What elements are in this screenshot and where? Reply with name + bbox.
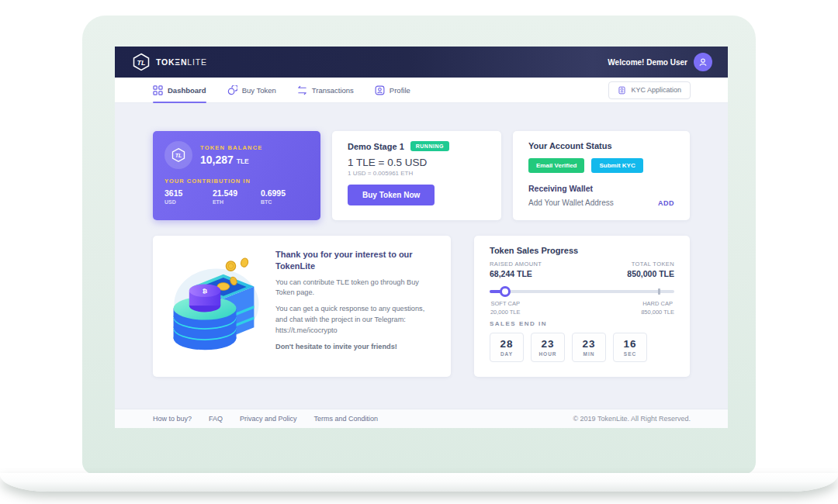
add-wallet-link[interactable]: ADD [658, 199, 674, 207]
countdown-unit: SEC [624, 351, 636, 357]
raised-label: RAISED AMOUNT [490, 261, 542, 268]
softcap-title: SOFT CAP [490, 300, 521, 309]
user-icon [698, 57, 708, 67]
thanks-paragraph-3: Don't hesitate to invite your friends! [275, 342, 438, 353]
token-balance-card: TL TOKEN BALANCE 10,287 TLE YOUR CONTRIB… [153, 131, 320, 220]
hardcap-tick [658, 288, 660, 295]
countdown-unit: MIN [583, 351, 595, 357]
buy-token-now-button[interactable]: Buy Token Now [348, 185, 435, 205]
token-sales-progress-card: Token Sales Progress RAISED AMOUNT 68,24… [474, 236, 690, 377]
stage-title: Demo Stage 1 [348, 142, 404, 151]
hexagon-logo-icon: TL [132, 53, 151, 71]
footer-link-faq[interactable]: FAQ [209, 415, 223, 423]
countdown-value: 23 [582, 338, 595, 350]
nav-item-buy-token[interactable]: Buy Token [227, 78, 276, 102]
balance-value: 10,287 [200, 154, 234, 166]
dashboard-icon [153, 85, 163, 95]
passport-icon [618, 86, 626, 95]
kyc-application-button[interactable]: KYC Application [608, 81, 691, 99]
contribution-usd: 3615 USD [164, 188, 213, 205]
token-sub-rate: 1 USD = 0.005961 ETH [348, 170, 486, 177]
thanks-title: Thank you for your interest to our Token… [275, 249, 438, 272]
hexagon-logo-icon: TL [171, 147, 186, 163]
copyright-text: © 2019 TokenLite. All Right Reserved. [573, 415, 691, 423]
token-logo-badge: TL [164, 141, 192, 169]
brand-name: TOKΞNLITE [156, 57, 207, 67]
contribution-btc: 0.6995 BTC [261, 188, 309, 205]
sales-end-label: SALES END IN [490, 320, 674, 327]
progress-knob[interactable] [500, 286, 511, 297]
swap-arrows-icon [297, 85, 307, 95]
laptop-base [0, 473, 838, 492]
softcap-label: SOFT CAP 20,000 TLE [490, 300, 521, 317]
nav-label: Dashboard [168, 86, 206, 95]
countdown: 28 DAY 23 HOUR 23 MIN 16 SEC [490, 333, 674, 362]
brand-name-light: LITE [187, 57, 206, 67]
submit-kyc-badge[interactable]: Submit KYC [591, 158, 642, 173]
softcap-value: 20,000 TLE [490, 309, 521, 317]
sales-progress-slider [490, 286, 674, 297]
progress-title: Token Sales Progress [490, 246, 674, 255]
welcome-text: Welcome! Demo User [608, 58, 687, 67]
app-footer: How to buy? FAQ Privacy and Policy Terms… [115, 409, 728, 428]
kyc-button-label: KYC Application [631, 86, 681, 94]
brand-name-bold: TOKΞN [156, 57, 187, 67]
btc-symbol: ₿ [203, 288, 208, 295]
countdown-value: 28 [500, 338, 513, 350]
contribution-value: 3615 [164, 188, 213, 198]
balance-label: TOKEN BALANCE [200, 144, 262, 151]
countdown-unit: HOUR [538, 351, 556, 357]
sale-stage-card: Demo Stage 1 RUNNING 1 TLE = 0.5 USD 1 U… [332, 131, 501, 220]
logo-mark: TL [137, 59, 146, 67]
email-verified-badge[interactable]: Email Verified [528, 158, 584, 173]
brand-logo[interactable]: TL TOKΞNLITE [132, 53, 207, 71]
thanks-paragraph-1: You can contribute TLE token go through … [275, 278, 438, 299]
thanks-paragraph-2: You can get a quick response to any ques… [275, 304, 438, 336]
footer-link-privacy[interactable]: Privacy and Policy [240, 415, 297, 423]
raised-amount-stat: RAISED AMOUNT 68,244 TLE [490, 261, 542, 278]
contribution-label: YOUR CONTRIBUTION IN [164, 178, 309, 185]
contribution-value: 21.549 [213, 188, 261, 198]
countdown-value: 16 [623, 338, 636, 350]
balance-unit: TLE [237, 157, 249, 165]
hardcap-title: HARD CAP [641, 300, 674, 309]
contribution-currency: BTC [261, 199, 309, 205]
running-status-badge: RUNNING [410, 141, 449, 151]
total-token-stat: TOTAL TOKEN 850,000 TLE [627, 261, 674, 278]
footer-link-terms[interactable]: Terms and Condition [314, 415, 379, 423]
countdown-value: 23 [541, 338, 554, 350]
countdown-hours: 23 HOUR [531, 333, 565, 362]
total-value: 850,000 TLE [627, 269, 674, 278]
contribution-eth: 21.549 ETH [213, 188, 261, 205]
contribution-currency: ETH [213, 199, 261, 205]
main-nav: Dashboard Buy Token Transactions Profile [115, 78, 728, 103]
coins-illustration: ₿ [165, 249, 268, 364]
hardcap-value: 850,000 TLE [641, 309, 674, 317]
receiving-wallet-title: Receiving Wallet [528, 184, 674, 193]
nav-item-profile[interactable]: Profile [375, 78, 410, 102]
coin-icon [227, 85, 237, 95]
countdown-days: 28 DAY [490, 333, 524, 362]
raised-value: 68,244 TLE [490, 269, 542, 278]
welcome-message-card: ₿ Thank you for your interest to our Tok… [153, 236, 451, 377]
nav-item-transactions[interactable]: Transactions [297, 78, 354, 102]
token-rate: 1 TLE = 0.5 USD [348, 157, 486, 168]
contribution-value: 0.6995 [261, 188, 309, 198]
nav-item-dashboard[interactable]: Dashboard [153, 78, 206, 102]
logo-mark: TL [175, 153, 182, 159]
dashboard-screen: TL TOKΞNLITE Welcome! Demo User Dashboar… [115, 47, 728, 428]
contribution-currency: USD [164, 199, 213, 205]
countdown-seconds: 16 SEC [613, 333, 647, 362]
nav-label: Transactions [312, 86, 354, 95]
nav-label: Profile [390, 86, 410, 95]
app-header: TL TOKΞNLITE Welcome! Demo User [115, 47, 728, 78]
content-area: TL TOKEN BALANCE 10,287 TLE YOUR CONTRIB… [115, 103, 728, 409]
account-status-card: Your Account Status Email Verified Submi… [513, 131, 690, 220]
wallet-address-hint: Add Your Wallet Address [528, 198, 658, 207]
hardcap-label: HARD CAP 850,000 TLE [641, 300, 674, 317]
countdown-unit: DAY [500, 351, 513, 357]
progress-track [490, 290, 674, 293]
nav-label: Buy Token [242, 86, 276, 95]
footer-link-how-to-buy[interactable]: How to buy? [153, 415, 192, 423]
user-avatar[interactable] [694, 53, 712, 71]
